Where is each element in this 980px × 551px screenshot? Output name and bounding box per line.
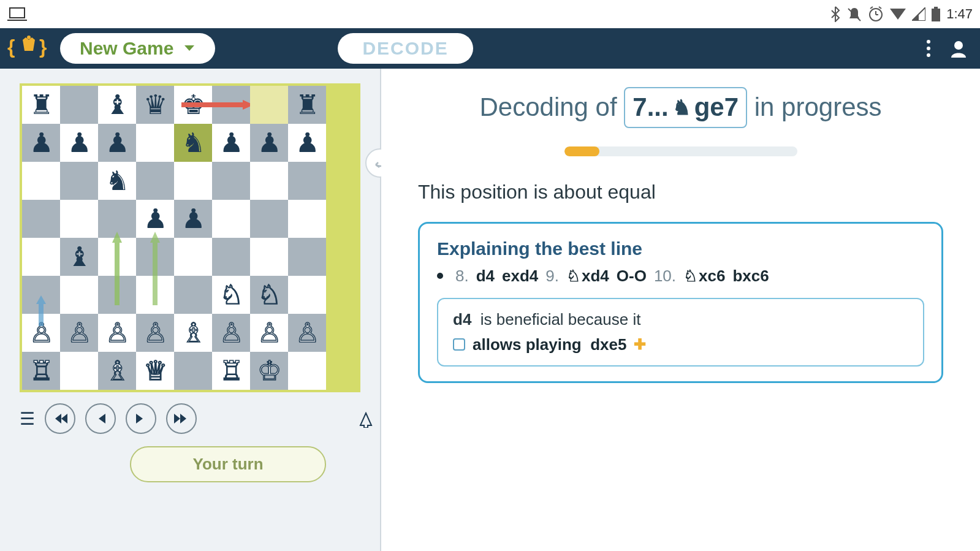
board-square[interactable]: ♟ xyxy=(174,200,212,238)
board-square[interactable] xyxy=(288,352,326,390)
board-square[interactable]: ♛ xyxy=(136,86,174,124)
bullet-icon xyxy=(437,273,443,279)
board-square[interactable] xyxy=(250,200,288,238)
board-square[interactable]: ♟ xyxy=(60,124,98,162)
svg-line-7 xyxy=(879,7,881,9)
board-square[interactable]: ♙ xyxy=(288,314,326,352)
board-square[interactable]: ♙ xyxy=(22,314,60,352)
decode-tab[interactable]: DECODE xyxy=(338,33,473,64)
board-square[interactable]: ♙ xyxy=(212,314,250,352)
more-icon[interactable] xyxy=(926,39,931,58)
board-square[interactable] xyxy=(98,276,136,314)
new-game-label: New Game xyxy=(80,38,173,59)
board-square[interactable]: ♟ xyxy=(98,124,136,162)
board-square[interactable] xyxy=(174,162,212,200)
board-square[interactable]: ♙ xyxy=(136,314,174,352)
chess-piece: ♗ xyxy=(181,319,205,346)
board-square[interactable] xyxy=(250,162,288,200)
chess-board[interactable]: ♜♝♛♚♜♟♟♟♞♟♟♟♞♟♟♝♘♘♙♙♙♙♗♙♙♙♖♗♕♖♔ xyxy=(20,83,360,392)
board-square[interactable]: ♕ xyxy=(136,352,174,390)
board-square[interactable]: ♙ xyxy=(98,314,136,352)
board-square[interactable] xyxy=(60,352,98,390)
board-square[interactable] xyxy=(174,352,212,390)
board-square[interactable]: ♝ xyxy=(60,238,98,276)
move[interactable]: O-O xyxy=(617,267,647,286)
board-square[interactable] xyxy=(212,162,250,200)
chess-piece: ♟ xyxy=(181,205,205,232)
board-square[interactable]: ♜ xyxy=(22,86,60,124)
board-square[interactable]: ♙ xyxy=(60,314,98,352)
board-square[interactable] xyxy=(22,200,60,238)
decode-move-chip: 7... ♞ge7 xyxy=(624,87,747,128)
board-square[interactable] xyxy=(250,86,288,124)
bluetooth-icon xyxy=(830,6,841,22)
menu-icon[interactable]: ☰ xyxy=(20,409,35,429)
board-square[interactable] xyxy=(212,200,250,238)
collapse-icon[interactable] xyxy=(359,412,373,431)
board-square[interactable]: ♗ xyxy=(98,352,136,390)
board-square[interactable]: ♗ xyxy=(174,314,212,352)
board-square[interactable]: ♝ xyxy=(98,86,136,124)
chess-piece: ♙ xyxy=(219,319,243,346)
board-square[interactable]: ♟ xyxy=(22,124,60,162)
last-move-button[interactable] xyxy=(166,403,197,434)
chess-piece: ♔ xyxy=(257,357,281,384)
board-square[interactable]: ♘ xyxy=(212,276,250,314)
app-logo[interactable]: {} xyxy=(0,34,58,63)
move[interactable]: d4 xyxy=(476,267,495,286)
user-icon[interactable] xyxy=(949,39,968,58)
chess-piece: ♕ xyxy=(143,357,167,384)
chess-piece: ♟ xyxy=(67,129,91,156)
board-square[interactable]: ♖ xyxy=(212,352,250,390)
board-square[interactable]: ♟ xyxy=(250,124,288,162)
board-square[interactable]: ♜ xyxy=(288,86,326,124)
board-square[interactable]: ♟ xyxy=(288,124,326,162)
board-square[interactable] xyxy=(288,162,326,200)
plus-icon[interactable]: ✚ xyxy=(634,336,646,353)
board-square[interactable] xyxy=(136,162,174,200)
move-line: 8. d4 exd4 9. ♘xd4 O-O 10. ♘xc6 bxc6 xyxy=(437,267,924,286)
board-square[interactable] xyxy=(60,276,98,314)
board-square[interactable]: ♔ xyxy=(250,352,288,390)
board-square[interactable] xyxy=(250,238,288,276)
board-square[interactable]: ♖ xyxy=(22,352,60,390)
chess-piece: ♖ xyxy=(219,357,243,384)
board-square[interactable] xyxy=(60,200,98,238)
board-square[interactable] xyxy=(60,162,98,200)
move[interactable]: bxc6 xyxy=(732,267,769,286)
chess-piece: ♛ xyxy=(143,91,167,118)
board-square[interactable] xyxy=(288,200,326,238)
right-panel: Decoding of 7... ♞ge7 in progress This p… xyxy=(381,69,980,551)
board-square[interactable] xyxy=(288,276,326,314)
chess-piece: ♙ xyxy=(257,319,281,346)
status-bar: 1:47 xyxy=(0,0,980,28)
chess-piece: ♝ xyxy=(105,91,129,118)
svg-rect-0 xyxy=(10,8,25,18)
svg-rect-8 xyxy=(932,9,940,21)
prev-move-button[interactable] xyxy=(85,403,116,434)
board-square[interactable] xyxy=(22,238,60,276)
chess-piece: ♟ xyxy=(257,129,281,156)
board-square[interactable] xyxy=(136,276,174,314)
board-square[interactable] xyxy=(174,276,212,314)
chess-piece: ♞ xyxy=(181,129,205,156)
board-square[interactable] xyxy=(212,238,250,276)
board-square[interactable] xyxy=(22,162,60,200)
new-game-button[interactable]: New Game xyxy=(60,33,215,64)
board-square[interactable]: ♞ xyxy=(98,162,136,200)
board-square[interactable] xyxy=(174,238,212,276)
checkbox-icon[interactable] xyxy=(453,338,465,351)
first-move-button[interactable] xyxy=(45,403,75,434)
board-square[interactable] xyxy=(288,238,326,276)
next-move-button[interactable] xyxy=(126,403,156,434)
board-square[interactable] xyxy=(136,124,174,162)
board-square[interactable]: ♟ xyxy=(212,124,250,162)
board-square[interactable] xyxy=(60,86,98,124)
move[interactable]: exd4 xyxy=(502,267,538,286)
board-square[interactable] xyxy=(212,86,250,124)
board-square[interactable]: ♞ xyxy=(174,124,212,162)
move[interactable]: ♘xc6 xyxy=(683,267,725,286)
move[interactable]: ♘xd4 xyxy=(566,267,609,286)
board-square[interactable]: ♙ xyxy=(250,314,288,352)
board-square[interactable]: ♘ xyxy=(250,276,288,314)
